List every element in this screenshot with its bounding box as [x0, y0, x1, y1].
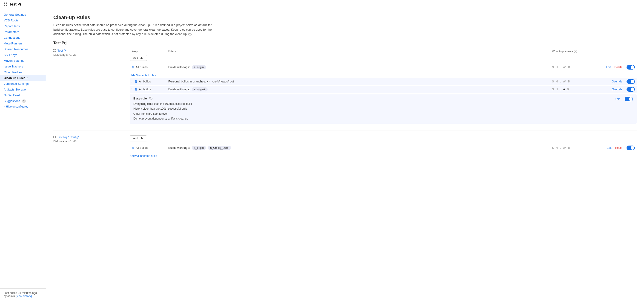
- description-help-icon[interactable]: ?: [188, 33, 192, 36]
- tag-pill-a-origin: a_origin: [192, 65, 206, 69]
- filters-c1: Builds with tags: a_origin a_Config_ower: [168, 146, 552, 150]
- keep-label-c1: All builds: [136, 146, 148, 149]
- sort-icon-inh1: ⇅: [135, 80, 138, 83]
- sidebar-nav: General Settings VCS Roots Report Tabs P…: [0, 12, 46, 288]
- sidebar-item-connections[interactable]: Connections: [0, 35, 46, 41]
- sidebar-item-shared-resources[interactable]: Shared Resources: [0, 46, 46, 52]
- config-icon: [53, 136, 56, 138]
- rules-area: Keep Filters What to preserve i Add rule: [130, 49, 637, 124]
- override-button-inh1[interactable]: Override: [610, 79, 624, 84]
- page-description: Clean-up rules define what data should b…: [53, 23, 214, 36]
- project-link[interactable]: Test Prj: [58, 49, 67, 52]
- filters-inh2: Builds with tags: a_origin2: [168, 87, 552, 91]
- preserve-info-icon[interactable]: i: [574, 50, 577, 53]
- sidebar-item-cleanup-rules[interactable]: Clean-up Rules: [0, 75, 46, 81]
- base-rule-section: Base rule ? Everything older than the 10…: [130, 94, 637, 124]
- inherited-rule-row-1: ⇅ All builds Personal builds in branches…: [130, 78, 637, 85]
- preserve-letters-inh2: S H L A D: [552, 88, 602, 91]
- sidebar-item-meta-runners[interactable]: Meta-Runners: [0, 41, 46, 46]
- override-button-inh2[interactable]: Override: [610, 87, 624, 91]
- filters-inh1: Personal builds in branches: +:*; -:refs…: [168, 80, 552, 83]
- drag-handle-2[interactable]: [132, 88, 133, 90]
- reset-button-c1[interactable]: Reset: [614, 146, 624, 150]
- sidebar-item-vcs-roots[interactable]: VCS Roots: [0, 18, 46, 23]
- app-title: Test Prj: [9, 2, 22, 7]
- sidebar-item-parameters[interactable]: Parameters: [0, 29, 46, 35]
- section-title: Test Prj: [53, 41, 637, 45]
- project-icon: [53, 49, 56, 52]
- preserve-letters-1: S H L A* D: [552, 66, 602, 69]
- sort-icon-c1: ⇅: [132, 146, 134, 150]
- sidebar-item-cloud-profiles[interactable]: Cloud Profiles: [0, 69, 46, 75]
- main-content: Clean-up Rules Clean-up rules define wha…: [46, 9, 644, 303]
- project-block-test-prj: Test Prj Disk usage: <1 MB Keep Filters: [53, 49, 637, 124]
- toggle-inh1[interactable]: [626, 79, 635, 84]
- base-rule-content: Base rule ? Everything older than the 10…: [133, 97, 192, 121]
- base-rule-items: Everything older than the 100th successf…: [133, 102, 192, 121]
- sidebar-item-maven-settings[interactable]: Maven Settings: [0, 58, 46, 64]
- tag-pill-a-config-ower: a_Config_ower: [208, 146, 231, 150]
- preserve-letters-inh1: S H L A* D: [552, 80, 602, 83]
- filters-1: Builds with tags: a_origin: [168, 65, 552, 69]
- toggle-inh2[interactable]: [626, 87, 635, 92]
- show-inherited-area-c1: Show 3 inherited rules: [130, 153, 637, 159]
- app-icon: [4, 3, 7, 6]
- disk-usage-config1: Disk usage: <1 MB: [53, 140, 122, 143]
- sidebar-footer: Last edited 35 minutes ago by admin (vie…: [0, 288, 46, 300]
- project-info-config1: Test Prj / Config1 Disk usage: <1 MB: [53, 135, 122, 143]
- project-block-config1: Test Prj / Config1 Disk usage: <1 MB Add…: [53, 135, 637, 159]
- sidebar-item-versioned-settings[interactable]: Versioned Settings: [0, 81, 46, 87]
- sidebar-item-nuget-feed[interactable]: NuGet Feed: [0, 92, 46, 98]
- rules-area-config1: Add rule ⇅ All builds Builds with tags: …: [130, 135, 637, 159]
- sidebar-item-report-tabs[interactable]: Report Tabs: [0, 23, 46, 29]
- toggle-base-rule[interactable]: [625, 97, 633, 101]
- sidebar-item-ssh-keys[interactable]: SSH Keys: [0, 52, 46, 58]
- drag-handle-1[interactable]: [132, 81, 133, 82]
- base-rule-info-icon[interactable]: ?: [149, 97, 152, 100]
- view-history-link[interactable]: (view history): [16, 294, 32, 298]
- sort-icon-1: ⇅: [132, 65, 134, 69]
- suggestions-badge: 1: [22, 99, 26, 103]
- base-rule-actions: Edit: [614, 97, 633, 101]
- section-separator: [53, 130, 637, 131]
- last-edited-text: Last edited 35 minutes ago by admin (vie…: [4, 291, 42, 298]
- edit-base-rule-button[interactable]: Edit: [614, 97, 621, 101]
- keep-label-inh1: All builds: [139, 80, 151, 83]
- sidebar-item-suggestions[interactable]: Suggestions 1: [0, 98, 46, 104]
- sidebar-item-general-settings[interactable]: General Settings: [0, 12, 46, 18]
- add-rule-button-config1[interactable]: Add rule: [130, 135, 147, 141]
- inherited-rules-container: ⇅ All builds Personal builds in branches…: [130, 78, 637, 124]
- inherited-toggle-area: Hide 3 inherited rules: [130, 72, 637, 78]
- project-info: Test Prj Disk usage: <1 MB: [53, 49, 122, 56]
- hide-unconfigured-link[interactable]: « Hide unconfigured: [0, 104, 46, 109]
- page-title: Clean-up Rules: [53, 15, 637, 21]
- preserve-letters-c1: S H L A* D: [552, 146, 602, 149]
- hide-inherited-rules-button[interactable]: Hide 3 inherited rules: [130, 73, 156, 78]
- inherited-rule-row-2: ⇅ All builds Builds with tags: a_origin2…: [130, 86, 637, 93]
- rules-header: Keep Filters What to preserve i: [130, 49, 637, 55]
- keep-label-1: All builds: [136, 65, 148, 69]
- add-rule-button-prj[interactable]: Add rule: [130, 55, 147, 61]
- project-link-config1[interactable]: Test Prj / Config1: [57, 135, 80, 139]
- rule-row-config1-1: ⇅ All builds Builds with tags: a_origin …: [130, 144, 637, 152]
- tag-pill-a-origin-c1: a_origin: [192, 146, 206, 150]
- sidebar-item-issue-trackers[interactable]: Issue Trackers: [0, 64, 46, 69]
- toggle-rule1[interactable]: [626, 65, 635, 70]
- disk-usage: Disk usage: <1 MB: [53, 53, 122, 56]
- sidebar: General Settings VCS Roots Report Tabs P…: [0, 9, 46, 303]
- keep-label-inh2: All builds: [139, 87, 151, 91]
- app-header: Test Prj: [0, 0, 644, 9]
- delete-button-rule1[interactable]: Delete: [613, 65, 624, 69]
- show-inherited-rules-button-c1[interactable]: Show 3 inherited rules: [130, 154, 157, 159]
- sort-icon-inh2: ⇅: [135, 87, 138, 91]
- rule-row-1: ⇅ All builds Builds with tags: a_origin …: [130, 63, 637, 71]
- edit-button-c1[interactable]: Edit: [605, 146, 613, 150]
- toggle-c1[interactable]: [626, 145, 635, 150]
- sidebar-item-artifacts-storage[interactable]: Artifacts Storage: [0, 87, 46, 92]
- edit-button-rule1[interactable]: Edit: [605, 65, 612, 69]
- tag-pill-a-origin2: a_origin2: [192, 87, 208, 91]
